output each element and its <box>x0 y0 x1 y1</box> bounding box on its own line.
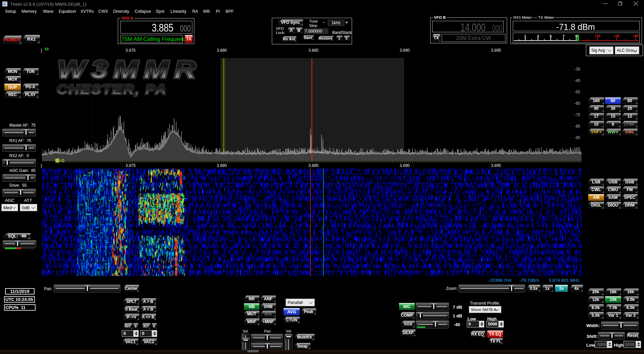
svg-text:-95: -95 <box>575 135 581 140</box>
svg-text:+60: +60 <box>633 34 639 38</box>
svg-text:W3MMR: W3MMR <box>57 55 201 83</box>
svg-text:-35: -35 <box>575 67 581 72</box>
svg-text:+20: +20 <box>595 34 600 38</box>
svg-text:7: 7 <box>562 34 564 38</box>
svg-text:9: 9 <box>575 34 577 38</box>
svg-text:-G: -G <box>60 158 64 163</box>
svg-text:3: 3 <box>537 34 539 38</box>
svg-text:-105: -105 <box>572 147 580 151</box>
svg-text:5: 5 <box>550 34 552 38</box>
svg-text:-85: -85 <box>575 124 581 129</box>
svg-text:1: 1 <box>524 34 526 38</box>
svg-text:-45: -45 <box>575 78 581 83</box>
svg-text:-65: -65 <box>575 101 581 106</box>
svg-text:+40: +40 <box>614 34 620 38</box>
svg-text:CHESTER, PA: CHESTER, PA <box>57 82 167 97</box>
svg-text:-55: -55 <box>575 90 581 94</box>
svg-text:-75: -75 <box>575 113 581 117</box>
